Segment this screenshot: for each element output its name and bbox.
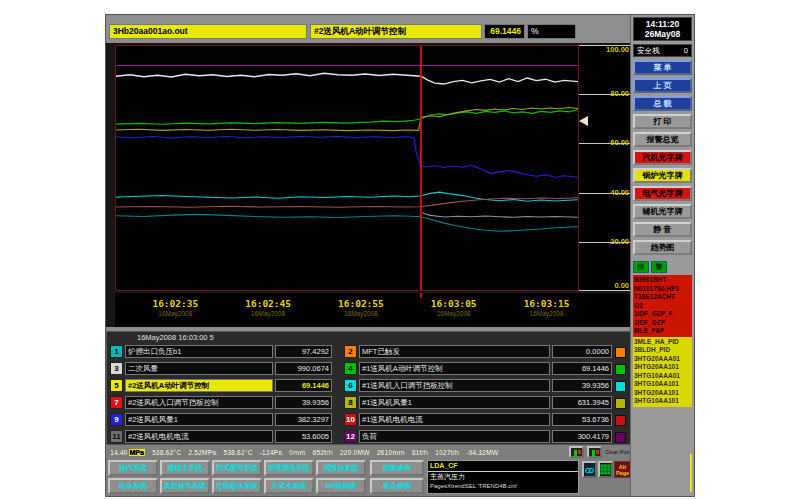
pen-label-2[interactable]: MFT已触发 [359,345,550,358]
x-tick-16:03:15: 16:03:1516May2008 [524,298,570,317]
nav-button-EH油系统[interactable]: EH油系统 [316,478,366,494]
pen-number-6[interactable]: 6 [344,379,357,392]
system-nav-buttons: 抽汽系统凝结水系统闭式循环系统胶球清洗系统润滑油系统给水系统真空抽气系统定排疏水… [108,460,366,494]
pen-label-1[interactable]: 炉膛出口负压b1 [125,345,273,358]
alarm-item-3HTG10AAA01[interactable]: 3HTG10AAA01 [634,372,691,381]
x-tick-date: 16May2008 [152,310,198,317]
nav-button-润滑油系统[interactable]: 润滑油系统 [316,460,366,476]
pen-color-chip-6 [615,381,626,392]
nav-button-定排疏水系统[interactable]: 定排疏水系统 [212,478,262,494]
sidebar-button-上页[interactable]: 上 页 [633,78,692,93]
alarm-item-3HTG10AA101[interactable]: 3HTG10AA101 [634,380,691,389]
pen-label-6[interactable]: #1送风机入口调节挡板控制 [359,379,550,392]
alarm-item-T18E12ACHT[interactable]: T18E12ACHT [634,293,691,302]
link-icon[interactable] [582,461,597,478]
value-marker-arrow[interactable] [579,116,588,126]
side-button-画面操作[interactable]: 画面操作 [370,460,424,476]
sidebar-button-电气光字牌[interactable]: 电气光字牌 [633,186,692,201]
pen-number-8[interactable]: 8 [344,396,357,409]
sidebar-button-趋势图[interactable]: 趋势图 [633,240,692,255]
alarm-item-B9901BHT[interactable]: B9901BHT [634,276,691,285]
pen-number-2[interactable]: 2 [344,345,357,358]
point-title-field[interactable]: #2送风机A动叶调节控制 [310,24,482,39]
pump-indicator-2[interactable] [587,446,602,458]
alarm-item-3HTG20AA101[interactable]: 3HTG20AA101 [634,363,691,372]
sidebar-button-辅机光字牌[interactable]: 辅机光字牌 [633,204,692,219]
legend-column-gap [334,379,342,392]
y-tick-label-20.00: 20.00 [610,238,629,246]
pen-number-10[interactable]: 10 [344,413,357,426]
alarm-item-3HTG20AAA01[interactable]: 3HTG20AAA01 [634,355,691,364]
safety-stack-value: 0 [684,46,688,55]
nav-button-真空抽气系统[interactable]: 真空抽气系统 [160,478,210,494]
alarm-item-3HTG10AA101[interactable]: 3HTG10AA101 [634,397,691,406]
pen-value-1: 97.4292 [275,345,332,358]
pen-number-7[interactable]: 7 [110,396,123,409]
pen-number-12[interactable]: 12 [344,430,357,443]
page-grid-icon[interactable] [598,461,613,478]
trend-line-pen-11 [421,212,578,217]
pump-indicator-1[interactable] [569,446,584,458]
clear-point-label[interactable]: Clear Point [605,449,627,455]
pen-label-4[interactable]: #1送风机A动叶调节控制 [359,362,550,375]
alarm-item-3HTG20AA101[interactable]: 3HTG20AA101 [634,389,691,398]
alarm-item-1IDF_GZP[interactable]: 1IDF_GZP [634,319,691,328]
alarm-item-MLE_PAP[interactable]: MLE_PAP [634,327,691,336]
pen-number-9[interactable]: 9 [110,413,123,426]
legend-column-gap [334,345,342,358]
status-value-9: 81t/h [412,449,428,456]
sidebar-button-打印[interactable]: 打 印 [633,114,692,129]
status-value-1: 538.62°C [152,449,181,456]
pen-label-5[interactable]: #2送风机A动叶调节控制 [125,379,273,392]
alarm-list-red[interactable]: B9901BHTN01017S6.HP1T18E12ACHTO21IDF_GZP… [633,275,692,337]
sidebar-button-锅炉光字牌[interactable]: 锅炉光字牌 [633,168,692,183]
x-axis-cursor-tick [420,293,422,298]
sidebar-button-菜单[interactable]: 菜 单 [633,60,692,75]
pen-label-10[interactable]: #1送风机电机电流 [359,413,550,426]
alarm-item-3BLDH_PID[interactable]: 3BLDH_PID [634,346,691,355]
sidebar-button-总貌[interactable]: 总 貌 [633,96,692,111]
trend-plot[interactable] [115,45,579,291]
pen-label-12[interactable]: 负荷 [359,430,550,443]
trend-svg [116,46,578,290]
pen-label-11[interactable]: #2送风机电机电流 [125,430,273,443]
alarm-item-1IDF_GZP_F[interactable]: 1IDF_GZP_F [634,310,691,319]
alt-page-button[interactable]: Alt Page [614,461,631,478]
pen-label-9[interactable]: #2送风机风量1 [125,413,273,426]
nav-button-凝结水系统[interactable]: 凝结水系统 [160,460,210,476]
sidebar-button-汽机光字牌[interactable]: 汽机光字牌 [633,150,692,165]
pen-number-5[interactable]: 5 [110,379,123,392]
nav-button-开式水系统[interactable]: 开式水系统 [264,478,314,494]
side-button-重点趋势[interactable]: 重点趋势 [370,478,424,494]
pen-number-11[interactable]: 11 [110,430,123,443]
point-tag-field[interactable]: 3Hb20aa001ao.out [109,24,307,39]
status-value-7: 220.0MW [340,449,370,456]
pen-number-4[interactable]: 4 [344,362,357,375]
command-console[interactable]: LDA_CF 主蒸汽压力 PagesXtrendSEL 'TREND4B.cnt… [427,460,579,494]
nav-button-胶球清洗系统[interactable]: 胶球清洗系统 [264,460,314,476]
alarm-list-yellow[interactable]: 3MLE_HA_PID3BLDH_PID3HTG20AAA013HTG20AA1… [633,337,692,407]
alarm-item-3MLE_HA_PID[interactable]: 3MLE_HA_PID [634,338,691,347]
pen-label-7[interactable]: #2送风机入口调节挡板控制 [125,396,273,409]
pen-value-3: 990.0674 [275,362,332,375]
alarm-item-O2[interactable]: O2 [634,302,691,311]
pen-label-8[interactable]: #1送风机风量1 [359,396,550,409]
x-tick-date: 16May2008 [431,310,477,317]
nav-button-抽汽系统[interactable]: 抽汽系统 [108,460,158,476]
pen-number-3[interactable]: 3 [110,362,123,375]
alarm-tab-警[interactable]: 警 [651,261,667,273]
sidebar-button-静音[interactable]: 静 音 [633,222,692,237]
y-tick-line-0.00 [579,290,631,291]
pen-value-12: 300.4179 [552,430,612,443]
nav-button-闭式循环系统[interactable]: 闭式循环系统 [212,460,262,476]
nav-button-给水系统[interactable]: 给水系统 [108,478,158,494]
alarm-tab-报[interactable]: 报 [633,261,649,273]
alarm-item-N01017S6.HP1[interactable]: N01017S6.HP1 [634,285,691,294]
y-tick-label-100.00: 100.00 [606,46,629,54]
header-bar: 3Hb20aa001ao.out #2送风机A动叶调节控制 69.1446 % [106,24,631,41]
status-value-11: -94.32MW [466,449,498,456]
sidebar-button-报警总览[interactable]: 报警总览 [633,132,692,147]
console-selected-tag[interactable]: LDA_CF [428,461,578,472]
pen-number-1[interactable]: 1 [110,345,123,358]
pen-label-3[interactable]: 二次风量 [125,362,273,375]
